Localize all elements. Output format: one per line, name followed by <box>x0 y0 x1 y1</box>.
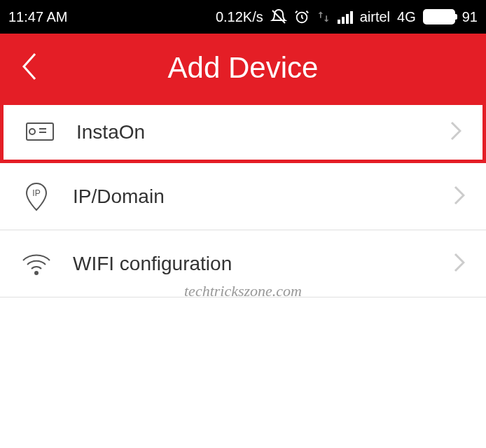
status-right: 0.12K/s airtel 4G 91 <box>216 8 478 25</box>
carrier-label: airtel <box>360 9 390 25</box>
page-title: Add Device <box>0 51 486 85</box>
status-time: 11:47 AM <box>8 9 68 25</box>
menu-item-wifi[interactable]: WIFI configuration <box>0 230 486 298</box>
instaon-icon <box>25 118 55 146</box>
svg-point-7 <box>35 272 38 274</box>
chevron-right-icon <box>450 121 461 144</box>
signal-icon <box>338 10 353 24</box>
chevron-right-icon <box>454 253 465 275</box>
menu-label: WIFI configuration <box>73 253 454 275</box>
wifi-icon <box>21 250 52 278</box>
menu-list: InstaOn IP IP/Domain <box>0 102 486 298</box>
alarm-icon <box>294 9 310 24</box>
chevron-right-icon <box>454 186 465 208</box>
svg-point-3 <box>29 129 35 134</box>
status-left: 11:47 AM <box>8 9 68 25</box>
status-bar: 11:47 AM 0.12K/s airtel 4G 91 <box>0 0 486 34</box>
battery-icon <box>423 9 455 24</box>
ip-icon: IP <box>21 183 52 211</box>
menu-item-ipdomain[interactable]: IP IP/Domain <box>0 163 486 230</box>
back-button[interactable] <box>21 51 38 85</box>
menu-label: IP/Domain <box>73 186 454 208</box>
data-speed: 0.12K/s <box>216 9 263 25</box>
svg-text:IP: IP <box>32 188 40 198</box>
battery-percent: 91 <box>462 9 478 25</box>
app-header: Add Device <box>0 34 486 102</box>
menu-item-instaon[interactable]: InstaOn <box>0 102 486 163</box>
data-transfer-icon <box>317 10 331 24</box>
mute-icon <box>270 8 287 25</box>
menu-label: InstaOn <box>76 121 450 144</box>
network-label: 4G <box>397 9 416 25</box>
